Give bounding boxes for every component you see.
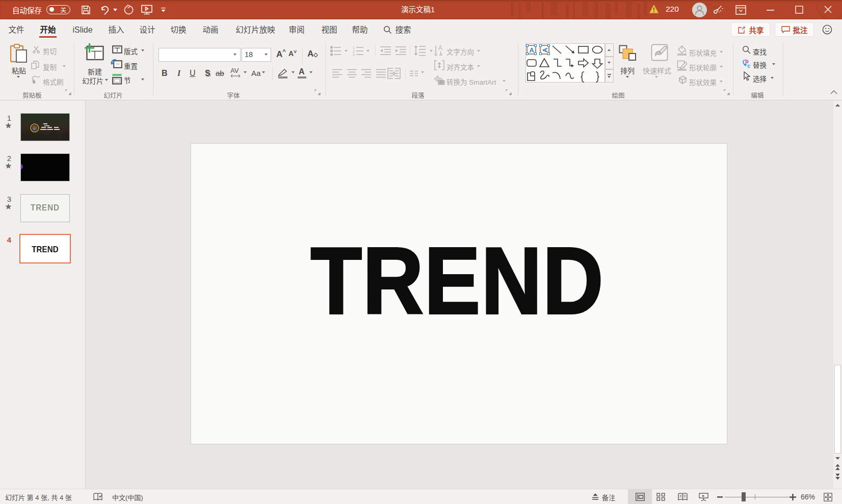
svg-text:2: 2 (353, 49, 355, 53)
svg-text:1: 1 (353, 46, 355, 49)
svg-text:A: A (530, 46, 535, 54)
svg-text:A: A (438, 45, 442, 51)
svg-text:A: A (541, 47, 549, 52)
svg-text:c: c (747, 63, 750, 68)
svg-text:3: 3 (353, 53, 355, 56)
